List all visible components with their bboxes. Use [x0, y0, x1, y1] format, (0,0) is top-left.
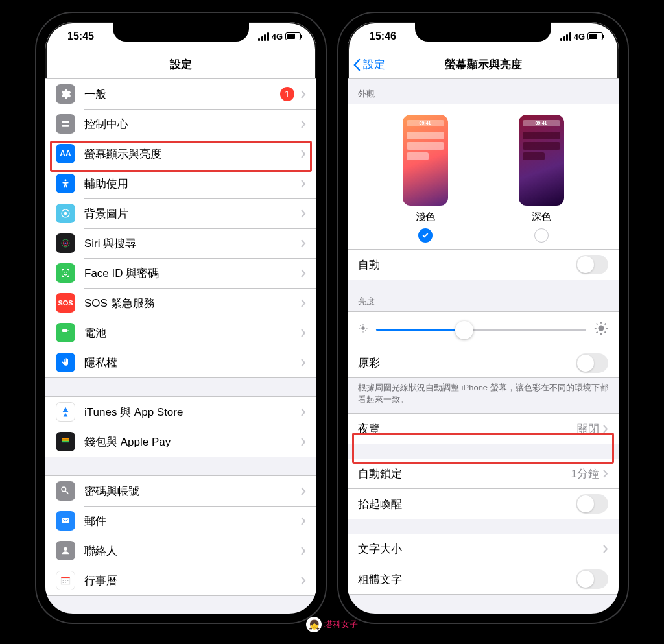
contacts-icon [56, 541, 75, 560]
network-label: 4G [574, 32, 585, 42]
nav-bar: 設定 [45, 51, 316, 79]
row-label: 螢幕顯示與亮度 [84, 147, 301, 161]
brightness-slider[interactable] [376, 329, 586, 331]
display-settings-list[interactable]: 外觀 淺色 深色 自動 亮度 [348, 79, 619, 614]
chevron-right-icon [301, 90, 306, 99]
svg-point-20 [63, 580, 64, 581]
svg-rect-14 [62, 441, 69, 442]
svg-point-34 [598, 325, 604, 331]
row-text-size[interactable]: 文字大小 [348, 534, 619, 564]
row-display-brightness[interactable]: AA 螢幕顯示與亮度 [45, 139, 316, 169]
page-title: 設定 [170, 57, 192, 72]
row-label: 原彩 [358, 355, 576, 370]
row-faceid[interactable]: Face ID 與密碼 [45, 258, 316, 288]
siri-icon [56, 233, 75, 253]
row-value: 關閉 [577, 422, 599, 436]
appearance-option-dark[interactable]: 深色 [519, 115, 564, 243]
row-bold-text[interactable]: 粗體文字 [348, 564, 619, 594]
chevron-right-icon [603, 425, 608, 433]
row-auto-appearance[interactable]: 自動 [348, 250, 619, 280]
radio-checked-icon [418, 228, 433, 243]
chevron-right-icon [301, 120, 306, 128]
row-label: Face ID 與密碼 [84, 266, 301, 281]
back-button[interactable]: 設定 [353, 57, 385, 72]
mail-icon [56, 511, 75, 531]
chevron-right-icon [301, 517, 306, 525]
key-icon [56, 481, 75, 501]
chevron-right-icon [301, 150, 306, 158]
row-label: 抬起喚醒 [358, 497, 576, 512]
page-title: 螢幕顯示與亮度 [445, 57, 522, 72]
appstore-icon [56, 402, 75, 422]
watermark-icon: 👧 [306, 617, 322, 632]
watermark: 👧 塔科女子 [306, 617, 358, 632]
row-night-shift[interactable]: 夜覽 關閉 [348, 414, 619, 444]
calendar-icon [56, 571, 75, 590]
appearance-option-light[interactable]: 淺色 [403, 115, 448, 243]
section-header-appearance: 外觀 [348, 79, 619, 104]
dark-preview [519, 115, 564, 206]
row-itunes[interactable]: iTunes 與 App Store [45, 397, 316, 427]
row-accessibility[interactable]: 輔助使用 [45, 169, 316, 198]
svg-line-32 [360, 330, 361, 331]
toggle-off[interactable] [576, 569, 608, 589]
svg-point-17 [64, 547, 67, 551]
svg-point-4 [64, 212, 67, 215]
svg-point-8 [64, 272, 65, 272]
watermark-text: 塔科女子 [324, 619, 358, 630]
svg-line-40 [605, 332, 606, 333]
dark-label: 深色 [519, 211, 564, 223]
row-sos[interactable]: SOS SOS 緊急服務 [45, 288, 316, 318]
settings-list[interactable]: 一般 1 控制中心 AA 螢幕顯示與亮度 [45, 79, 316, 614]
sos-icon: SOS [56, 293, 75, 313]
row-contacts[interactable]: 聯絡人 [45, 536, 316, 566]
svg-point-23 [63, 582, 64, 583]
appearance-picker: 淺色 深色 [348, 104, 619, 249]
toggle-off[interactable] [576, 353, 608, 373]
row-auto-lock[interactable]: 自動鎖定 1分鐘 [348, 459, 619, 489]
row-label: 一般 [84, 87, 280, 102]
hand-icon [56, 353, 75, 372]
toggle-off[interactable] [576, 255, 608, 274]
row-privacy[interactable]: 隱私權 [45, 348, 316, 377]
phone-display-settings: 15:46 4G 設定 螢幕顯示與亮度 外觀 淺色 深色 [338, 13, 628, 623]
battery-icon [56, 323, 75, 342]
row-wallpaper[interactable]: 背景圖片 [45, 198, 316, 228]
row-true-tone[interactable]: 原彩 [348, 348, 619, 378]
notch [415, 21, 551, 42]
signal-icon [258, 32, 269, 41]
chevron-right-icon [603, 545, 608, 553]
row-mail[interactable]: 郵件 [45, 506, 316, 536]
row-label: 密碼與帳號 [84, 484, 301, 499]
radio-unchecked-icon [534, 228, 549, 243]
notch [113, 21, 249, 42]
chevron-right-icon [301, 209, 306, 218]
row-wallet[interactable]: 錢包與 Apple Pay [45, 427, 316, 457]
chevron-right-icon [301, 547, 306, 555]
section-header-brightness: 亮度 [348, 292, 619, 311]
row-calendar[interactable]: 行事曆 [45, 566, 316, 595]
row-label: 粗體文字 [358, 572, 576, 587]
chevron-right-icon [301, 239, 306, 248]
row-control-center[interactable]: 控制中心 [45, 109, 316, 139]
row-raise-to-wake[interactable]: 抬起喚醒 [348, 489, 619, 519]
nav-bar: 設定 螢幕顯示與亮度 [348, 51, 619, 79]
switches-icon [56, 114, 75, 134]
wallet-icon [56, 432, 75, 451]
row-general[interactable]: 一般 1 [45, 79, 316, 109]
network-label: 4G [272, 32, 283, 42]
row-siri[interactable]: Siri 與搜尋 [45, 228, 316, 258]
signal-icon [560, 32, 571, 41]
accessibility-icon [56, 174, 75, 193]
svg-point-24 [65, 582, 66, 583]
chevron-right-icon [301, 408, 306, 416]
row-label: 郵件 [84, 514, 301, 529]
toggle-off[interactable] [576, 494, 608, 514]
row-label: 控制中心 [84, 117, 301, 132]
row-passwords[interactable]: 密碼與帳號 [45, 476, 316, 506]
faceid-icon [56, 263, 75, 283]
svg-point-2 [65, 179, 67, 181]
chevron-right-icon [603, 470, 608, 478]
row-label: SOS 緊急服務 [84, 296, 301, 311]
row-battery[interactable]: 電池 [45, 318, 316, 348]
